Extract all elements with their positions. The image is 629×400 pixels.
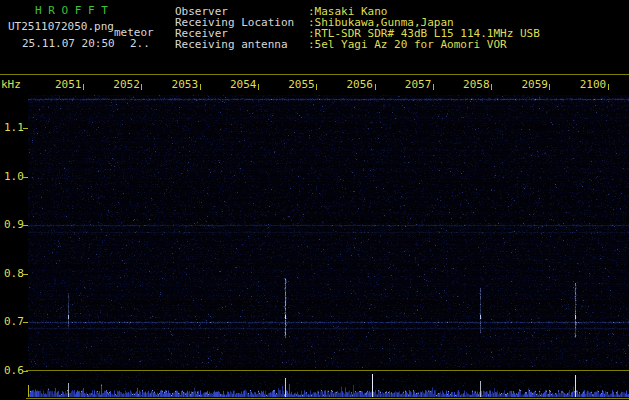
time-tick-mark: [316, 84, 317, 90]
info-value-antenna: :5el Yagi Az 20 for Aomori VOR: [308, 39, 507, 50]
status-text: 2..: [130, 38, 150, 49]
time-tick-mark: [491, 84, 492, 90]
observation-datetime: 25.11.07 20:50: [22, 38, 115, 49]
time-tick-label: 2100: [580, 79, 607, 90]
signal-level-strip: [28, 372, 629, 397]
time-tick-label: 2055: [288, 79, 315, 90]
bottom-border-line: [26, 398, 629, 399]
info-label-antenna: Receiving antenna: [175, 39, 288, 50]
time-tick-mark: [549, 84, 550, 90]
time-tick-label: 2054: [230, 79, 257, 90]
freq-tick-label: 0.9: [4, 219, 24, 230]
freq-axis-unit: kHz: [1, 79, 21, 90]
time-tick-label: 2058: [463, 79, 490, 90]
time-tick-label: 2059: [521, 79, 548, 90]
time-tick-label: 2051: [55, 79, 82, 90]
hrofft-screen: H R O F F T UT2511072050.png meteor 25.1…: [0, 0, 629, 400]
time-tick-mark: [433, 84, 434, 90]
time-tick-mark: [608, 84, 609, 90]
output-filename: UT2511072050.png: [8, 21, 114, 32]
spectrogram: [28, 95, 629, 368]
time-tick-label: 2052: [113, 79, 140, 90]
app-title: H R O F F T: [35, 5, 108, 16]
time-tick-label: 2057: [405, 79, 432, 90]
time-tick-label: 2053: [172, 79, 199, 90]
freq-tick-label: 0.6: [4, 365, 24, 376]
freq-tick-label: 0.7: [4, 316, 24, 327]
freq-tick-label: 0.8: [4, 268, 24, 279]
spectrogram-bottom-line: [26, 370, 629, 371]
header-separator-line: [0, 74, 629, 75]
freq-tick-label: 1.0: [4, 171, 24, 182]
time-tick-mark: [83, 84, 84, 90]
time-tick-mark: [200, 84, 201, 90]
time-tick-mark: [141, 84, 142, 90]
time-tick-label: 2056: [347, 79, 374, 90]
freq-tick-label: 1.1: [4, 122, 24, 133]
level-strip-left-tick: [28, 385, 29, 397]
time-tick-mark: [258, 84, 259, 90]
time-tick-mark: [375, 84, 376, 90]
